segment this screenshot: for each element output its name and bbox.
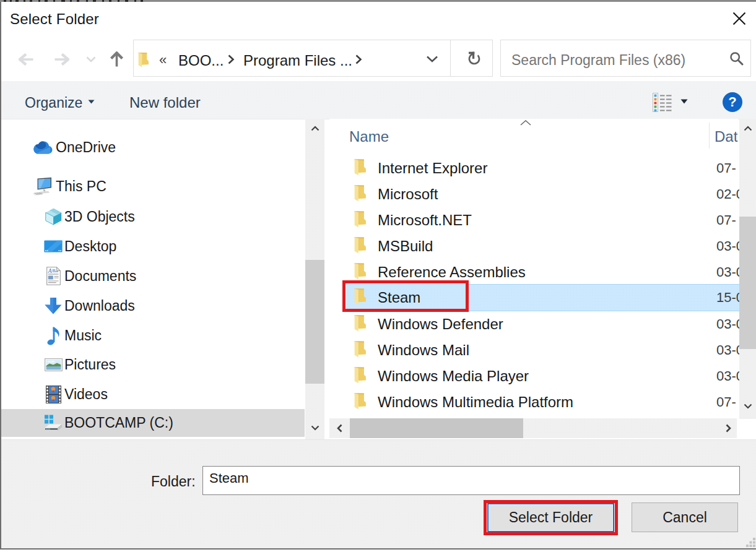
file-date: 03-0 [716, 316, 740, 332]
column-header-date[interactable]: Dat [715, 128, 737, 145]
file-date: 03-0 [716, 264, 740, 280]
file-row[interactable]: MSBuild 03-0 [346, 233, 740, 259]
breadcrumb-chevron-icon[interactable] [355, 54, 362, 64]
breadcrumb-chevron-icon[interactable] [227, 54, 235, 64]
nav-forward-button[interactable] [54, 53, 69, 66]
sidebar-item-desktop[interactable]: Desktop [1, 233, 305, 259]
file-name: Windows Media Player [378, 368, 529, 385]
column-header-name[interactable]: Name [349, 128, 389, 145]
sidebar-item-downloads[interactable]: Downloads [1, 293, 305, 319]
cancel-button[interactable]: Cancel [632, 502, 738, 532]
file-name: Microsoft.NET [378, 212, 472, 229]
folder-name-label: Folder: [151, 473, 196, 490]
list-scroll-left-icon[interactable] [331, 418, 348, 438]
3d-objects-icon [43, 206, 64, 227]
sort-ascending-icon [520, 120, 531, 126]
sidebar-item-3d-objects[interactable]: 3D Objects [1, 204, 305, 230]
file-date: 07- [716, 212, 740, 228]
file-name: Reference Assemblies [378, 264, 526, 281]
up-arrow-icon [110, 51, 123, 67]
back-arrow-icon [19, 53, 33, 66]
folder-name-input[interactable] [202, 466, 740, 495]
organize-button[interactable]: Organize [25, 95, 82, 111]
list-vertical-scrollbar-thumb[interactable] [739, 217, 756, 349]
question-mark-icon: ? [728, 94, 736, 110]
nav-back-button[interactable] [19, 53, 33, 66]
sidebar-item-videos[interactable]: Videos [1, 381, 305, 407]
sidebar-item-onedrive[interactable]: OneDrive [1, 134, 305, 160]
file-row[interactable]: Microsoft.NET 07- [346, 207, 740, 233]
list-scroll-down-icon[interactable] [739, 398, 756, 414]
file-name: MSBuild [378, 238, 433, 255]
sidebar-scroll-down-icon[interactable] [305, 420, 324, 436]
search-input[interactable] [511, 52, 716, 69]
file-name: Windows Multimedia Platform [378, 394, 573, 411]
breadcrumb-segment-folder[interactable]: Program Files ... [243, 52, 352, 69]
file-name: Internet Explorer [378, 160, 487, 177]
sidebar-item-this-pc[interactable]: This PC [1, 173, 305, 199]
cancel-button-label: Cancel [663, 509, 707, 526]
new-folder-button[interactable]: New folder [129, 94, 201, 111]
command-toolbar [1, 81, 756, 119]
refresh-button[interactable] [467, 51, 481, 66]
list-scroll-up-icon[interactable] [739, 120, 756, 136]
folder-icon [354, 236, 367, 254]
file-row[interactable]: Windows Mail 03-0 [346, 337, 740, 363]
svg-text:A: A [47, 268, 51, 274]
annotation-box-select-folder [484, 500, 618, 535]
chevron-down-icon [86, 56, 96, 63]
view-mode-button[interactable] [653, 93, 672, 112]
pictures-icon [43, 354, 64, 375]
file-row[interactable]: Microsoft 02-0 [346, 181, 740, 207]
address-folder-icon [137, 52, 150, 67]
sidebar-item-label: 3D Objects [64, 209, 135, 225]
file-name: Windows Defender [378, 316, 503, 333]
file-date: 03-0 [716, 238, 740, 254]
close-button[interactable] [728, 7, 750, 30]
sidebar-item-documents[interactable]: ADocuments [1, 263, 305, 289]
desktop-icon [43, 236, 64, 257]
nav-up-button[interactable] [110, 51, 123, 67]
resize-grip-icon[interactable] [746, 538, 756, 548]
sidebar-item-label: Documents [64, 268, 136, 285]
breadcrumb-overflow[interactable]: « [159, 52, 167, 68]
search-icon[interactable] [729, 51, 744, 66]
file-row[interactable]: Internet Explorer 07- [346, 155, 740, 181]
view-dropdown-caret-icon[interactable] [680, 99, 688, 104]
file-date: 02-0 [716, 186, 740, 202]
downloads-icon [43, 295, 64, 316]
sidebar-item-bootcamp-drive[interactable]: BOOTCAMP (C:) [1, 409, 305, 437]
sidebar-item-pictures[interactable]: Pictures [1, 351, 305, 377]
sidebar-scrollbar-thumb[interactable] [305, 260, 324, 384]
folder-tree-pane: OneDrive This PC 3D Objects Desktop ADoc… [1, 121, 324, 442]
file-name: Microsoft [378, 186, 438, 203]
file-date: 15-0 [716, 290, 740, 306]
sidebar-item-label: This PC [56, 178, 106, 195]
screenshot-root: Select Folder « BOO... Program Files ...… [0, 0, 756, 552]
folder-icon [354, 314, 367, 332]
sidebar-item-label: OneDrive [56, 139, 116, 156]
help-button[interactable]: ? [723, 92, 742, 112]
list-scroll-right-icon[interactable] [719, 418, 737, 438]
sidebar-item-label: Desktop [64, 238, 116, 255]
folder-icon [354, 210, 367, 228]
nav-history-dropdown[interactable] [86, 56, 96, 63]
list-horizontal-scrollbar-thumb[interactable] [350, 418, 523, 438]
folder-icon [354, 184, 367, 202]
file-row[interactable]: Windows Multimedia Platform 07- [346, 389, 740, 415]
sidebar-item-music[interactable]: Music [1, 322, 305, 348]
file-date: 07- [716, 160, 740, 176]
file-row[interactable]: Windows Defender 03-0 [346, 311, 740, 337]
column-divider[interactable] [709, 123, 710, 149]
sidebar-item-label: Pictures [64, 356, 116, 373]
music-icon [43, 325, 64, 346]
address-dropdown-chevron[interactable] [426, 56, 438, 63]
select-folder-dialog: Select Folder « BOO... Program Files ...… [0, 2, 756, 550]
folder-icon [354, 340, 367, 358]
sidebar-scroll-up-icon[interactable] [305, 120, 324, 136]
folder-icon [354, 262, 367, 280]
close-icon [732, 12, 746, 25]
sidebar-item-label: Downloads [64, 298, 135, 314]
breadcrumb-segment-drive[interactable]: BOO... [178, 52, 224, 69]
file-row[interactable]: Windows Media Player 03-0 [346, 363, 740, 389]
